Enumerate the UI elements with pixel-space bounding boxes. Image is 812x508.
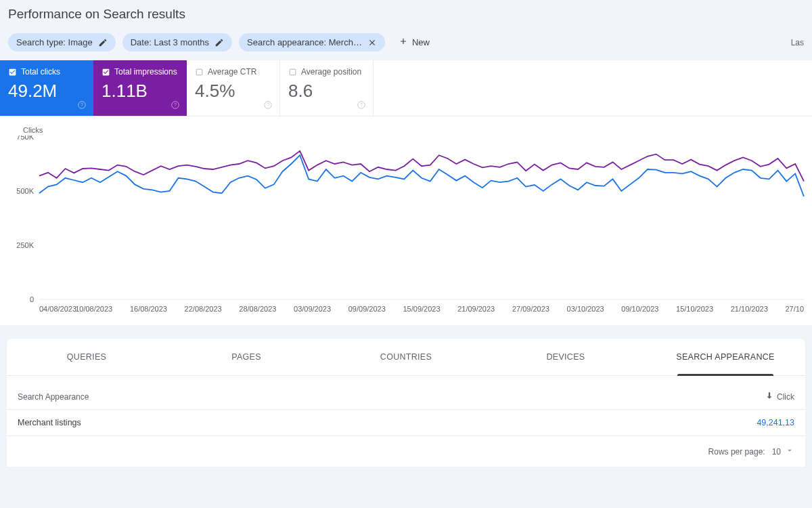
pencil-icon — [98, 38, 108, 47]
metric-impressions-label: Total impressions — [114, 67, 177, 77]
metric-average-ctr[interactable]: Average CTR 4.5% ? — [187, 60, 280, 116]
svg-text:27/10: 27/10 — [785, 305, 804, 313]
metric-ctr-value: 4.5% — [195, 81, 271, 102]
help-icon[interactable]: ? — [357, 100, 366, 112]
add-filter-button[interactable]: New — [392, 33, 436, 52]
pencil-icon — [215, 38, 224, 47]
svg-text:?: ? — [174, 102, 177, 107]
metric-ctr-label: Average CTR — [208, 67, 256, 77]
svg-text:28/08/2023: 28/08/2023 — [239, 305, 276, 313]
page-title: Performance on Search results — [8, 7, 804, 22]
table-header: Search Appearance Click — [7, 376, 805, 409]
tab-pages[interactable]: PAGES — [166, 339, 326, 375]
filter-search-appearance[interactable]: Search appearance: Merch… — [239, 33, 385, 51]
metric-impressions-value: 1.11B — [102, 81, 179, 102]
svg-text:09/09/2023: 09/09/2023 — [348, 305, 386, 313]
rows-per-page-label: Rows per page: — [708, 447, 765, 457]
svg-text:15/09/2023: 15/09/2023 — [403, 305, 440, 313]
tab-countries[interactable]: COUNTRIES — [326, 339, 486, 375]
svg-text:21/10/2023: 21/10/2023 — [731, 305, 768, 313]
svg-text:21/09/2023: 21/09/2023 — [457, 305, 495, 313]
metric-average-position[interactable]: Average position 8.6 ? — [280, 60, 374, 116]
svg-text:03/09/2023: 03/09/2023 — [294, 305, 331, 313]
table-header-clicks-label: Click — [777, 392, 794, 402]
svg-text:750K: 750K — [16, 135, 34, 141]
svg-text:?: ? — [267, 102, 269, 107]
plus-icon — [399, 37, 408, 48]
rows-per-page-select[interactable]: 10 — [772, 446, 794, 457]
metrics-row: Total clicks 49.2M ? Total impressions 1… — [0, 60, 812, 117]
checkbox-checked-icon — [102, 68, 110, 77]
row-name: Merchant listings — [18, 418, 81, 427]
rows-per-page-value: 10 — [772, 447, 781, 457]
table-header-name[interactable]: Search Appearance — [18, 392, 89, 402]
svg-text:?: ? — [360, 102, 363, 107]
metric-clicks-label: Total clicks — [21, 67, 60, 77]
svg-text:27/09/2023: 27/09/2023 — [512, 305, 549, 313]
checkbox-checked-icon — [8, 68, 17, 77]
svg-text:22/08/2023: 22/08/2023 — [185, 305, 222, 313]
svg-text:500K: 500K — [16, 187, 34, 195]
metric-clicks-value: 49.2M — [8, 81, 85, 102]
svg-rect-7 — [290, 69, 296, 75]
row-clicks-value: 49,241,13 — [757, 418, 794, 427]
metric-total-impressions[interactable]: Total impressions 1.11B ? — [93, 60, 187, 116]
table-pager: Rows per page: 10 — [7, 436, 805, 467]
filters-row: Search type: Image Date: Last 3 months S… — [8, 33, 804, 52]
close-icon[interactable] — [367, 38, 377, 47]
filter-date-label: Date: Last 3 months — [131, 37, 209, 47]
svg-text:?: ? — [81, 102, 83, 107]
svg-text:09/10/2023: 09/10/2023 — [621, 305, 658, 313]
checkbox-unchecked-icon — [288, 68, 297, 77]
svg-text:250K: 250K — [16, 241, 34, 249]
tab-queries[interactable]: QUERIES — [7, 339, 166, 375]
help-icon[interactable]: ? — [171, 100, 180, 112]
filter-search-type-label: Search type: Image — [16, 37, 93, 47]
svg-text:04/08/2023: 04/08/2023 — [39, 305, 76, 313]
filter-appearance-label: Search appearance: Merch… — [247, 37, 362, 47]
add-filter-label: New — [412, 37, 430, 47]
chevron-down-icon — [785, 446, 794, 457]
last-updated: Las — [791, 38, 804, 47]
svg-text:0: 0 — [30, 295, 34, 303]
chart-area: Clicks 0250K500K750K04/08/202310/08/2023… — [0, 117, 812, 325]
metric-total-clicks[interactable]: Total clicks 49.2M ? — [0, 60, 93, 116]
tab-search-appearance[interactable]: SEARCH APPEARANCE — [646, 339, 805, 375]
checkbox-unchecked-icon — [195, 68, 204, 77]
filter-search-type[interactable]: Search type: Image — [8, 33, 116, 51]
svg-rect-4 — [196, 69, 202, 75]
svg-text:10/08/2023: 10/08/2023 — [75, 305, 112, 313]
svg-text:15/10/2023: 15/10/2023 — [676, 305, 713, 313]
svg-text:16/08/2023: 16/08/2023 — [130, 305, 167, 313]
performance-line-chart[interactable]: 0250K500K750K04/08/202310/08/202316/08/2… — [9, 135, 808, 318]
sort-down-icon — [765, 391, 774, 402]
tab-devices[interactable]: DEVICES — [486, 339, 646, 375]
tabs-row: QUERIES PAGES COUNTRIES DEVICES SEARCH A… — [7, 339, 805, 376]
filter-date[interactable]: Date: Last 3 months — [122, 33, 232, 51]
table-header-clicks[interactable]: Click — [765, 391, 794, 402]
help-icon[interactable]: ? — [263, 100, 273, 112]
svg-text:03/10/2023: 03/10/2023 — [567, 305, 604, 313]
table-row[interactable]: Merchant listings 49,241,13 — [7, 409, 805, 436]
tabs-card: QUERIES PAGES COUNTRIES DEVICES SEARCH A… — [7, 339, 805, 467]
metric-position-value: 8.6 — [288, 81, 365, 102]
help-icon[interactable]: ? — [77, 100, 87, 112]
chart-y-axis-label: Clicks — [23, 126, 798, 134]
metric-position-label: Average position — [301, 67, 361, 77]
